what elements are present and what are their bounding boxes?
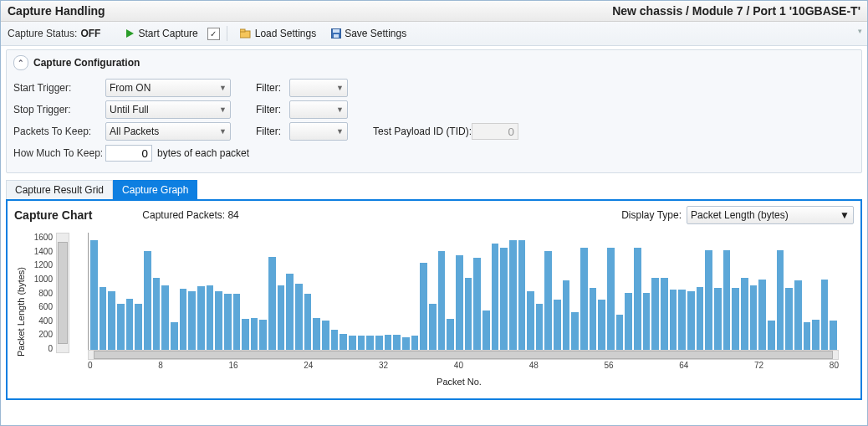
bar bbox=[625, 293, 632, 353]
tab-result-grid[interactable]: Capture Result Grid bbox=[6, 180, 113, 199]
chevron-down-icon: ▼ bbox=[219, 127, 227, 136]
bar bbox=[278, 285, 285, 352]
bar bbox=[571, 312, 579, 352]
display-type-select[interactable]: Packet Length (bytes) ▼ bbox=[687, 206, 854, 224]
bar bbox=[750, 285, 758, 352]
bar bbox=[643, 293, 651, 353]
start-capture-checkbox[interactable]: ✓ bbox=[207, 28, 220, 40]
bar bbox=[180, 289, 187, 352]
bar bbox=[233, 294, 241, 352]
chevron-down-icon: ▼ bbox=[336, 105, 344, 114]
bar bbox=[518, 240, 526, 352]
tid-label: Test Payload ID (TID): bbox=[373, 126, 472, 137]
svg-rect-2 bbox=[240, 29, 245, 32]
save-settings-button[interactable]: Save Settings bbox=[325, 25, 412, 42]
toolbar: Capture Status: OFF Start Capture ✓ Load… bbox=[1, 22, 867, 46]
tid-input bbox=[472, 123, 518, 140]
bar bbox=[616, 315, 624, 352]
play-icon bbox=[125, 28, 135, 38]
bar bbox=[215, 291, 222, 352]
bar bbox=[812, 320, 819, 352]
bar bbox=[473, 258, 481, 353]
context-path: New chassis / Module 7 / Port 1 '10GBASE… bbox=[612, 4, 860, 18]
bar bbox=[741, 278, 748, 352]
tab-capture-graph[interactable]: Capture Graph bbox=[113, 180, 197, 199]
start-trigger-label: Start Trigger: bbox=[13, 82, 105, 94]
bar bbox=[670, 290, 677, 352]
start-capture-label: Start Capture bbox=[138, 28, 197, 39]
save-settings-label: Save Settings bbox=[345, 28, 406, 39]
y-axis-label: Packet Length (bytes) bbox=[14, 228, 28, 395]
how-much-input[interactable] bbox=[105, 145, 152, 162]
bar bbox=[322, 321, 329, 352]
bar bbox=[794, 280, 802, 352]
bar bbox=[651, 278, 659, 352]
floppy-disk-icon bbox=[331, 28, 341, 38]
bar bbox=[207, 285, 214, 352]
x-axis-label: Packet No. bbox=[71, 377, 847, 387]
chevron-down-icon: ▼ bbox=[336, 84, 344, 92]
bar bbox=[598, 300, 605, 352]
filter-label-2: Filter: bbox=[256, 104, 289, 115]
chart-panel: Capture Chart Captured Packets: 84 Displ… bbox=[6, 199, 862, 400]
chevron-down-icon: ▼ bbox=[219, 105, 227, 114]
bar bbox=[224, 294, 232, 352]
bar bbox=[429, 304, 437, 352]
bar bbox=[536, 304, 544, 352]
bar bbox=[607, 248, 615, 352]
bar bbox=[785, 288, 793, 352]
bar bbox=[723, 250, 731, 352]
chart-title: Capture Chart bbox=[14, 208, 92, 222]
bar bbox=[500, 248, 508, 352]
toolbar-overflow-icon[interactable]: ▾ bbox=[858, 27, 862, 35]
separator bbox=[227, 26, 227, 41]
bar bbox=[197, 286, 205, 352]
chevron-down-icon: ▼ bbox=[840, 209, 850, 221]
bar bbox=[697, 287, 704, 352]
bar bbox=[242, 319, 249, 352]
bar bbox=[580, 248, 588, 352]
filter-select-2[interactable]: ▼ bbox=[289, 100, 348, 119]
bar bbox=[634, 248, 641, 352]
start-trigger-value: From ON bbox=[110, 82, 151, 94]
load-settings-label: Load Settings bbox=[255, 28, 316, 39]
bar bbox=[438, 251, 446, 352]
filter-select-3[interactable]: ▼ bbox=[289, 122, 348, 141]
bar bbox=[554, 300, 561, 352]
bar bbox=[286, 274, 294, 352]
bar bbox=[171, 322, 178, 352]
bar bbox=[420, 263, 427, 352]
bar bbox=[465, 278, 472, 352]
bar bbox=[331, 330, 339, 352]
how-much-suffix: bytes of each packet bbox=[157, 147, 249, 159]
load-settings-button[interactable]: Load Settings bbox=[234, 25, 322, 42]
collapse-icon[interactable]: ⌃ bbox=[13, 55, 28, 70]
bar bbox=[678, 290, 686, 352]
filter-select-1[interactable]: ▼ bbox=[289, 79, 348, 97]
bar bbox=[732, 288, 739, 352]
stop-trigger-select[interactable]: Until Full ▼ bbox=[105, 100, 231, 119]
packets-keep-select[interactable]: All Packets ▼ bbox=[105, 122, 231, 141]
capture-config-panel: ⌃ Capture Configuration Start Trigger: F… bbox=[6, 49, 862, 173]
bar bbox=[304, 294, 312, 352]
start-trigger-select[interactable]: From ON ▼ bbox=[105, 79, 231, 97]
start-capture-button[interactable]: Start Capture bbox=[119, 25, 203, 42]
horizontal-scrollbar[interactable] bbox=[88, 350, 839, 360]
bar bbox=[705, 250, 712, 352]
bar bbox=[687, 291, 695, 352]
bar bbox=[661, 278, 668, 352]
bar bbox=[804, 322, 811, 352]
captured-packets-label: Captured Packets: 84 bbox=[142, 209, 238, 221]
bar bbox=[509, 240, 517, 352]
y-axis-ticks: 16001400120010008006004002000 bbox=[28, 228, 54, 395]
bar bbox=[777, 250, 784, 352]
bar bbox=[768, 321, 775, 352]
bar bbox=[90, 240, 98, 352]
vertical-scrollbar[interactable] bbox=[56, 233, 69, 353]
bar bbox=[758, 280, 766, 352]
bar bbox=[447, 319, 454, 352]
chart-plot: 08162432404856647280 Packet No. bbox=[71, 233, 847, 395]
bar bbox=[188, 291, 196, 352]
x-axis-ticks: 08162432404856647280 bbox=[88, 361, 839, 370]
bar bbox=[268, 257, 276, 352]
